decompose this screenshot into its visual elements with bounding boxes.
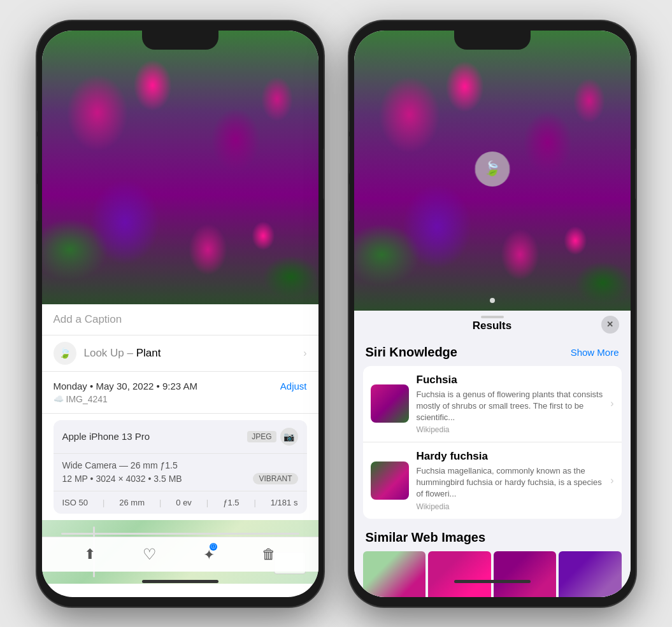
camera-specs: 12 MP • 3024 × 4032 • 3.5 MB [62,474,182,484]
favorite-button[interactable]: ♡ [143,546,157,563]
right-phone-screen: 🍃 Results ✕ Siri Knowledge Show More [354,31,631,597]
exif-shutter: 1/181 s [271,498,298,507]
hardy-fuchsia-thumb-image [371,461,409,500]
vibrant-badge: VIBRANT [253,473,297,484]
filename-text: IMG_4241 [66,394,108,404]
fuchsia-title: Fuchsia [417,374,603,386]
lookup-label: Look Up – Plant [84,347,161,360]
map-road-h [61,533,299,535]
caption-placeholder[interactable]: Add a Caption [54,313,122,325]
right-photo-display[interactable]: 🍃 [354,31,631,311]
bottom-toolbar: ⬆ ♡ ✦ ⓘ 🗑 [42,537,318,572]
caption-area[interactable]: Add a Caption [42,304,318,335]
fuchsia-thumbnail [371,384,409,423]
camera-details: Wide Camera — 26 mm ƒ1.5 12 MP • 3024 × … [54,454,307,491]
filename-row: ☁️ IMG_4241 [54,394,307,404]
flower-image [42,31,318,304]
similar-image-1[interactable] [363,551,426,597]
left-phone: Add a Caption 🍃 Look Up – Plant › Monday… [37,21,324,607]
exif-row: ISO 50 | 26 mm | 0 ev | ƒ1.5 | 1/181 s [54,491,307,514]
camera-line1: Wide Camera — 26 mm ƒ1.5 [62,460,298,470]
exif-div1: | [103,498,104,507]
hardy-fuchsia-title: Hardy fuchsia [417,450,603,463]
info-notification-badge: ⓘ [210,543,217,551]
photo-info-section: Monday • May 30, 2022 • 9:23 AM Adjust ☁… [42,372,318,414]
exif-ev: 0 ev [176,498,192,507]
exif-focal: 26 mm [119,498,145,507]
siri-item-fuchsia[interactable]: Fuchsia Fuchsia is a genus of flowering … [363,366,622,443]
lookup-row[interactable]: 🍃 Look Up – Plant › [42,335,318,372]
exif-div2: | [159,498,161,507]
jpeg-badge: JPEG [247,431,276,442]
right-home-bar [454,580,531,583]
photo-date: Monday • May 30, 2022 • 9:23 AM [54,381,197,391]
mute-button[interactable] [37,110,38,132]
similar-images-row [363,551,622,597]
left-phone-screen: Add a Caption 🍃 Look Up – Plant › Monday… [42,31,318,597]
results-header: Results ✕ [354,311,631,339]
results-panel: Results ✕ Siri Knowledge Show More [354,311,631,597]
results-title: Results [473,320,511,332]
similar-web-title: Similar Web Images [363,525,622,551]
right-mute-button[interactable] [349,110,350,132]
siri-item-hardy-fuchsia[interactable]: Hardy fuchsia Fuchsia magellanica, commo… [363,442,622,519]
visual-lookup-button[interactable]: 🍃 [475,151,510,187]
fuchsia-content: Fuchsia Fuchsia is a genus of flowering … [417,374,603,435]
home-bar [142,580,218,583]
device-badges: JPEG 📷 [247,428,297,446]
cloud-icon: ☁️ [54,394,64,404]
lookup-chevron-icon: › [303,348,306,359]
siri-knowledge-title: Siri Knowledge [366,345,457,360]
notch [142,31,218,50]
right-volume-up-button[interactable] [349,136,350,174]
exif-div4: | [254,498,255,507]
similar-image-3[interactable] [494,551,557,597]
fuchsia-thumb-image [371,384,409,423]
hardy-fuchsia-chevron-icon: › [610,475,613,486]
volume-up-button[interactable] [37,136,38,174]
device-name: Apple iPhone 13 Pro [62,431,150,442]
right-volume-down-button[interactable] [349,183,350,222]
fuchsia-chevron-icon: › [610,398,613,409]
fuchsia-description: Fuchsia is a genus of flowering plants t… [417,389,603,424]
hardy-fuchsia-thumbnail [371,461,409,500]
right-notch [454,31,531,50]
right-phone: 🍃 Results ✕ Siri Knowledge Show More [349,21,636,607]
siri-knowledge-header: Siri Knowledge Show More [363,339,622,366]
right-power-button[interactable] [635,148,636,199]
hardy-fuchsia-source: Wikipedia [417,502,603,511]
visual-lookup-icon: 🍃 [54,342,76,365]
delete-button[interactable]: 🗑 [262,546,276,563]
exif-iso: ISO 50 [62,498,88,507]
volume-down-button[interactable] [37,183,38,222]
camera-line2: 12 MP • 3024 × 4032 • 3.5 MB VIBRANT [62,473,298,484]
share-button[interactable]: ⬆ [84,546,96,563]
drag-handle[interactable] [481,316,504,318]
device-row: Apple iPhone 13 Pro JPEG 📷 [54,420,307,454]
fuchsia-source: Wikipedia [417,425,603,434]
similar-web-section: Similar Web Images [354,525,631,597]
date-row: Monday • May 30, 2022 • 9:23 AM Adjust [54,381,307,391]
siri-knowledge-card: Fuchsia Fuchsia is a genus of flowering … [363,366,622,519]
hardy-fuchsia-content: Hardy fuchsia Fuchsia magellanica, commo… [417,450,603,511]
photo-display[interactable] [42,31,318,304]
right-screen-content: 🍃 Results ✕ Siri Knowledge Show More [354,31,631,597]
similar-image-2[interactable] [428,551,491,597]
similar-image-4[interactable] [559,551,622,597]
adjust-button[interactable]: Adjust [280,381,307,391]
exif-div3: | [206,498,208,507]
power-button[interactable] [323,148,324,199]
hardy-fuchsia-description: Fuchsia magellanica, commonly known as t… [417,465,603,500]
siri-knowledge-section: Siri Knowledge Show More Fuchsia [354,339,631,525]
close-results-button[interactable]: ✕ [601,316,619,334]
exif-aperture: ƒ1.5 [223,498,239,507]
page-dot-indicator [490,298,495,303]
show-more-button[interactable]: Show More [571,347,619,358]
device-section: Apple iPhone 13 Pro JPEG 📷 Wide Camera —… [54,420,307,514]
camera-settings-icon[interactable]: 📷 [280,428,298,446]
info-button[interactable]: ✦ ⓘ [203,546,215,563]
